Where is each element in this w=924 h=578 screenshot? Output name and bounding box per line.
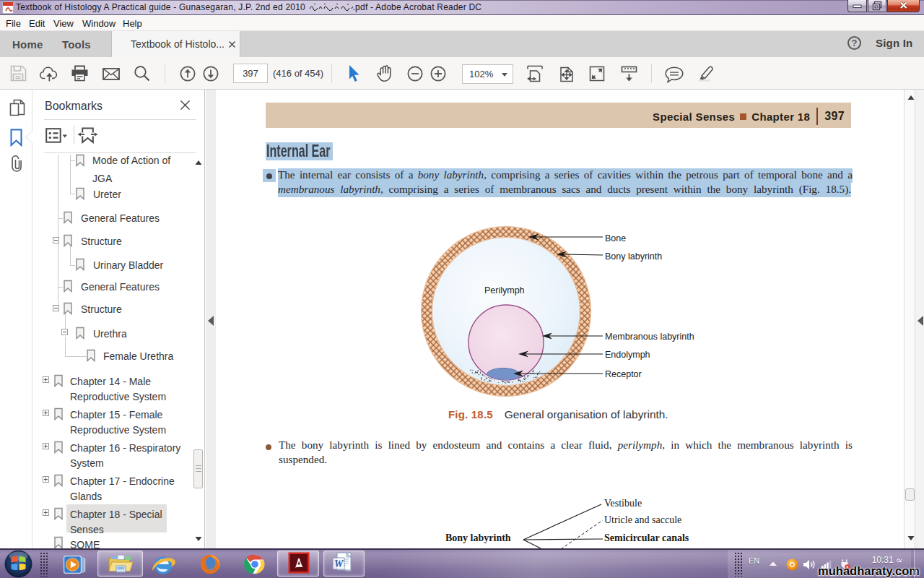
svg-text:Receptor: Receptor bbox=[605, 369, 642, 379]
svg-text:Bony labyrinth: Bony labyrinth bbox=[605, 251, 662, 262]
svg-text:Bone: Bone bbox=[605, 233, 626, 243]
svg-text:W: W bbox=[334, 558, 344, 569]
svg-text:Perilymph: Perilymph bbox=[484, 285, 525, 296]
svg-text:Endolymph: Endolymph bbox=[605, 350, 650, 360]
svg-text:Membranous labyrinth: Membranous labyrinth bbox=[605, 332, 694, 342]
